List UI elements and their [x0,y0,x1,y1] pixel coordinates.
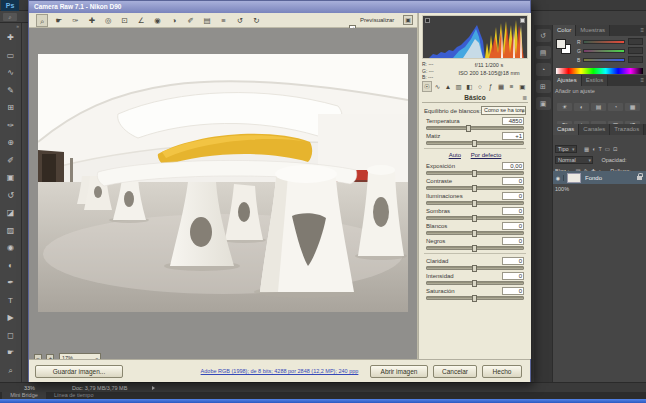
auto-link[interactable]: Auto [449,152,461,158]
tab-channels[interactable]: Canales [579,124,610,135]
white-balance-select[interactable]: Como se ha tomado [481,106,526,115]
slider-track[interactable] [426,201,524,205]
red-channel-slider[interactable] [583,40,625,44]
healing-brush-tool[interactable]: ⊕ [0,134,21,152]
tab-layers[interactable]: Capas [553,124,579,135]
slider-track[interactable] [426,141,524,145]
panel-menu-icon[interactable]: ≡ [640,75,646,86]
adjustment-brush-tool[interactable]: ✐ [185,14,197,27]
crop-tool[interactable]: ⊡ [119,14,131,27]
tab-tone-curve[interactable]: ∿ [433,81,443,92]
tab-styles[interactable]: Estilos [582,75,609,86]
fill-value[interactable]: 100% [555,186,569,192]
status-options-arrow-icon[interactable] [152,386,155,390]
blue-channel-slider[interactable] [583,58,625,62]
slider-value[interactable]: 0 [502,237,524,245]
slider-value[interactable]: 0 [502,287,524,295]
zoom-tool[interactable]: ⌕ [0,362,21,380]
pen-tool[interactable]: ✒ [0,274,21,292]
slider-thumb[interactable] [472,280,477,287]
layer-thumbnail[interactable] [567,173,581,183]
red-eye-removal-tool[interactable]: ◑ [168,14,180,27]
layer-name[interactable]: Fondo [585,175,637,181]
slider-track[interactable] [426,281,524,285]
slider-track[interactable] [426,186,524,190]
tab-timeline[interactable]: Línea de tiempo [54,392,93,399]
slider-track[interactable] [426,296,524,300]
slider-track[interactable] [426,246,524,250]
open-image-button[interactable]: Abrir imagen [370,365,428,378]
path-selection-tool[interactable]: ▶ [0,309,21,327]
slider-track[interactable] [426,171,524,175]
shadow-clipping-icon[interactable] [425,18,430,23]
type-tool[interactable]: T [0,292,21,310]
slider-thumb[interactable] [472,295,477,302]
tab-lens-corrections[interactable]: ○ [475,81,485,92]
slider-value[interactable]: 4850 [502,117,524,125]
tab-adjustments[interactable]: Ajustes [553,75,582,86]
slider-thumb[interactable] [466,125,471,132]
straighten-tool[interactable]: ∠ [135,14,147,27]
zoom-level[interactable]: 33% [24,385,35,391]
green-channel-slider[interactable] [583,49,625,53]
slider-track[interactable] [426,216,524,220]
slider-value[interactable]: 0,00 [502,162,524,170]
tab-detail[interactable]: ▲ [443,81,453,92]
windows-taskbar[interactable] [0,399,646,403]
targeted-adjustment-tool[interactable]: ◎ [102,14,114,27]
slider-value[interactable]: 0 [502,192,524,200]
spot-removal-tool[interactable]: ◉ [152,14,164,27]
panel-menu-icon[interactable]: ≡ [640,25,646,36]
dialog-title[interactable]: Camera Raw 7.1 - Nikon D90 [29,1,530,13]
cancel-button[interactable]: Cancelar [433,365,477,378]
eraser-tool[interactable]: ◪ [0,204,21,222]
info-panel-icon[interactable]: ◔ [536,63,551,76]
default-link[interactable]: Por defecto [471,152,502,158]
slider-value[interactable]: 0 [502,177,524,185]
panel-menu-icon[interactable]: ≣ [522,94,527,101]
rotate-right-button[interactable]: ↻ [250,14,262,27]
tool-preset-icon[interactable]: ⌕ [3,13,17,21]
tab-paths[interactable]: Trazados [610,124,644,135]
slider-value[interactable]: 0 [502,257,524,265]
color-spectrum-bar[interactable] [556,68,643,74]
slider-thumb[interactable] [472,200,477,207]
slider-value[interactable]: 0 [502,222,524,230]
marquee-tool[interactable]: ▭ [0,47,21,65]
tab-effects[interactable]: ƒ [486,81,496,92]
tab-swatches[interactable]: Muestras [576,25,610,36]
slider-value[interactable]: 0 [502,207,524,215]
quick-selection-tool[interactable]: ✎ [0,82,21,100]
graduated-filter-tool[interactable]: ▤ [201,14,213,27]
history-brush-tool[interactable]: ↺ [0,187,21,205]
done-button[interactable]: Hecho [482,365,522,378]
foreground-color-swatch[interactable] [556,39,566,49]
hand-tool[interactable]: ☛ [53,14,65,27]
tab-presets[interactable]: ≡ [507,81,517,92]
highlight-clipping-icon[interactable] [520,18,525,23]
lasso-tool[interactable]: ∿ [0,64,21,82]
tab-camera-calibration[interactable]: ▦ [496,81,506,92]
tab-hsl[interactable]: ▥ [454,81,464,92]
layer-row-background[interactable]: ◉ Fondo [553,171,646,184]
tab-color[interactable]: Color [553,25,576,36]
curves-adjustment-icon[interactable]: ▤ [591,103,606,111]
save-image-button[interactable]: Guardar imagen... [35,365,123,378]
slider-track[interactable] [426,126,524,130]
slider-thumb[interactable] [472,140,477,147]
vibrance-adjustment-icon[interactable]: ▦ [625,103,640,111]
zoom-tool[interactable]: ⌕ [36,14,48,27]
properties-panel-icon[interactable]: ▤ [536,46,551,59]
slider-value[interactable]: +1 [502,132,524,140]
slider-thumb[interactable] [472,170,477,177]
color-sampler-tool[interactable]: ✚ [86,14,98,27]
navigator-panel-icon[interactable]: ⊞ [536,80,551,93]
white-balance-tool[interactable]: ✑ [69,14,81,27]
exposure-adjustment-icon[interactable]: ◔ [608,103,623,111]
slider-thumb[interactable] [472,230,477,237]
slider-thumb[interactable] [472,265,477,272]
eyedropper-tool[interactable]: ✑ [0,117,21,135]
photo-preview[interactable] [38,54,408,312]
preferences-button[interactable]: ≡ [217,14,229,27]
history-panel-icon[interactable]: ↺ [536,29,551,42]
